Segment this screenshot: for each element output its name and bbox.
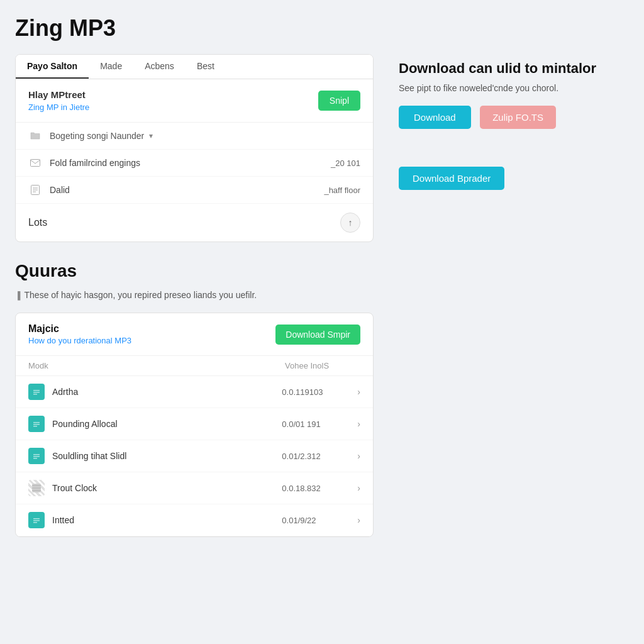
svg-rect-16 <box>33 458 37 459</box>
table-row[interactable]: Intted 0.01/9/22 › <box>16 504 373 536</box>
svg-rect-6 <box>33 390 40 391</box>
row-3-arrow-icon: › <box>357 451 360 461</box>
track-details: Hlay MPtreet Zing MP in Jietre <box>28 89 89 112</box>
row-3-value: 0.01/2.312 <box>282 452 357 461</box>
desc-icon: ▐ <box>15 291 21 300</box>
tab-acbens[interactable]: Acbens <box>133 55 186 79</box>
table-header: Modk Vohee InolS <box>16 356 373 376</box>
row-1-arrow-icon: › <box>357 387 360 397</box>
row-icon-2 <box>28 416 45 432</box>
card2-subtitle: How do you rderational MP3 <box>28 336 131 345</box>
dropdown-label: Bogeting songi Naunder <box>50 131 144 141</box>
list-item-1: Fold familrcind engings _20 101 <box>16 150 373 177</box>
track-title: Hlay MPtreet <box>28 89 89 100</box>
table-row[interactable]: Adrtha 0.0.119103 › <box>16 376 373 408</box>
zulip-button[interactable]: Zulip FO.TS <box>480 106 556 129</box>
right-panel-title: Download can ulid to mintalor <box>399 60 629 77</box>
list-item-2-value: _haff floor <box>324 186 360 195</box>
bottom-section: Quuras ▐ These of hayic hasgon, you repi… <box>15 261 374 537</box>
row-icon-1 <box>28 384 45 400</box>
row-5-arrow-icon: › <box>357 515 360 525</box>
lots-row: Lots ↑ <box>16 204 373 242</box>
row-4-value: 0.0.18.832 <box>282 484 357 493</box>
second-section-desc: ▐ These of hayic hasgon, you repired pre… <box>15 290 374 300</box>
snip-button[interactable]: Snipl <box>318 91 360 111</box>
svg-rect-23 <box>33 520 40 521</box>
svg-rect-7 <box>33 392 40 393</box>
svg-rect-12 <box>33 426 37 427</box>
right-panel: Download can ulid to mintalor See pipt t… <box>399 54 629 190</box>
svg-rect-14 <box>33 454 40 455</box>
table-row[interactable]: Pounding Allocal 0.0/01 191 › <box>16 408 373 440</box>
folder-icon <box>28 129 42 143</box>
svg-rect-24 <box>33 522 37 523</box>
svg-rect-8 <box>33 394 37 395</box>
up-arrow-icon: ↑ <box>348 218 353 228</box>
row-1-value: 0.0.119103 <box>282 387 357 397</box>
lots-up-button[interactable]: ↑ <box>340 213 360 233</box>
row-5-name: Intted <box>52 515 282 525</box>
svg-rect-22 <box>33 518 40 519</box>
row-2-arrow-icon: › <box>357 419 360 429</box>
row-2-value: 0.0/01 191 <box>282 419 357 429</box>
card2-header: Majcic How do you rderational MP3 Downlo… <box>16 313 373 356</box>
row-1-name: Adrtha <box>52 387 282 397</box>
card2-title: Majcic <box>28 323 131 335</box>
right-panel-description: See pipt to fike noweled'cnde you chorol… <box>399 83 629 93</box>
table-col-value: Vohee InolS <box>285 361 360 370</box>
chevron-down-icon: ▾ <box>149 131 153 140</box>
download-button[interactable]: Download <box>399 106 471 129</box>
left-panel: Payo Salton Made Acbens Best Hlay MPtree… <box>15 54 374 556</box>
second-section-description: These of hayic hasgon, you repired prese… <box>25 290 257 300</box>
lots-label: Lots <box>28 217 47 228</box>
svg-rect-10 <box>33 422 40 423</box>
tab-made[interactable]: Made <box>89 55 133 79</box>
table-col-name: Modk <box>28 361 285 370</box>
tab-payo-salton[interactable]: Payo Salton <box>16 55 89 79</box>
row-icon-3 <box>28 448 45 464</box>
row-icon-4 <box>28 480 45 496</box>
tabs-container: Payo Salton Made Acbens Best <box>16 55 373 79</box>
envelope-icon <box>28 156 42 170</box>
card2-info: Majcic How do you rderational MP3 <box>28 323 131 345</box>
doc-icon <box>28 183 42 197</box>
row-icon-5 <box>28 512 45 528</box>
card2: Majcic How do you rderational MP3 Downlo… <box>15 313 374 537</box>
row-4-arrow-icon: › <box>357 483 360 493</box>
download-smpir-button[interactable]: Download Smpir <box>275 325 360 345</box>
svg-rect-0 <box>31 160 40 167</box>
svg-rect-11 <box>33 424 40 425</box>
track-info: Hlay MPtreet Zing MP in Jietre Snipl <box>16 79 373 123</box>
list-item-1-name: Fold familrcind engings <box>50 158 331 168</box>
table-row[interactable]: Souldling tihat Slidl 0.01/2.312 › <box>16 440 373 472</box>
list-item-2-name: Dalid <box>50 185 324 195</box>
list-item-1-value: _20 101 <box>331 158 360 168</box>
svg-rect-15 <box>33 456 40 457</box>
row-3-name: Souldling tihat Slidl <box>52 451 282 461</box>
list-item-2: Dalid _haff floor <box>16 177 373 204</box>
right-panel-bottom: Download Bprader <box>399 167 629 190</box>
row-4-name: Trout Clock <box>52 483 282 493</box>
row-5-value: 0.01/9/22 <box>282 516 357 525</box>
second-section-title: Quuras <box>15 261 374 281</box>
dropdown-row[interactable]: Bogeting songi Naunder ▾ <box>16 123 373 150</box>
track-subtitle: Zing MP in Jietre <box>28 103 89 112</box>
top-card: Payo Salton Made Acbens Best Hlay MPtree… <box>15 54 374 242</box>
row-2-name: Pounding Allocal <box>52 419 282 429</box>
tab-best[interactable]: Best <box>186 55 226 79</box>
download-bprader-button[interactable]: Download Bprader <box>399 167 504 190</box>
table-row[interactable]: Trout Clock 0.0.18.832 › <box>16 472 373 504</box>
app-title: Zing MP3 <box>15 15 629 42</box>
right-panel-buttons: Download Zulip FO.TS <box>399 106 629 129</box>
